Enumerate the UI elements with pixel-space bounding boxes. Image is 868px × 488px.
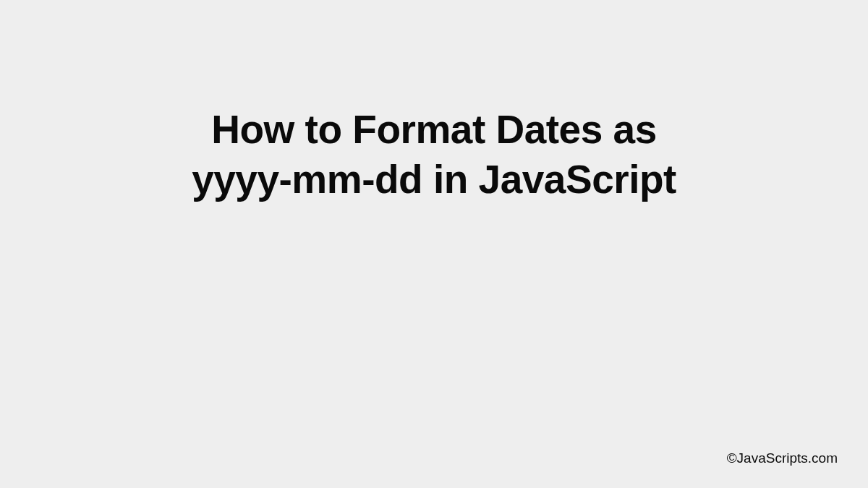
title-line-2: yyyy-mm-dd in JavaScript [192,157,676,202]
title-container: How to Format Dates as yyyy-mm-dd in Jav… [0,105,868,205]
page-title: How to Format Dates as yyyy-mm-dd in Jav… [0,105,868,205]
title-line-1: How to Format Dates as [211,107,657,152]
footer-copyright: ©JavaScripts.com [727,450,838,466]
